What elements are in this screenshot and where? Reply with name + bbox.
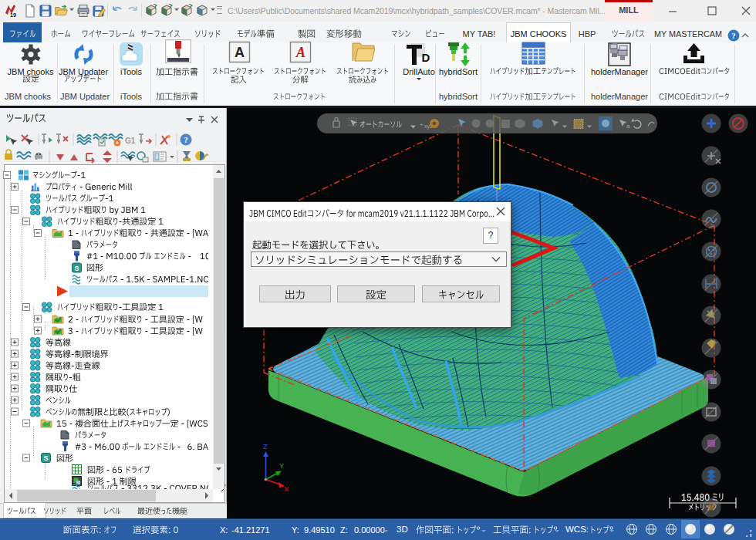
svg-text:D: D — [422, 51, 430, 64]
svg-text:S: S — [74, 265, 79, 272]
svg-text:Z: Z — [263, 442, 268, 451]
svg-text:Y: Y — [279, 461, 285, 470]
svg-text:?: ? — [731, 31, 736, 40]
svg-text:S: S — [43, 454, 48, 462]
svg-text:A: A — [235, 45, 245, 60]
svg-text:X: X — [284, 484, 289, 493]
svg-text:A: A — [295, 45, 305, 60]
svg-text:a: a — [626, 123, 630, 130]
svg-text:+: + — [420, 121, 424, 128]
